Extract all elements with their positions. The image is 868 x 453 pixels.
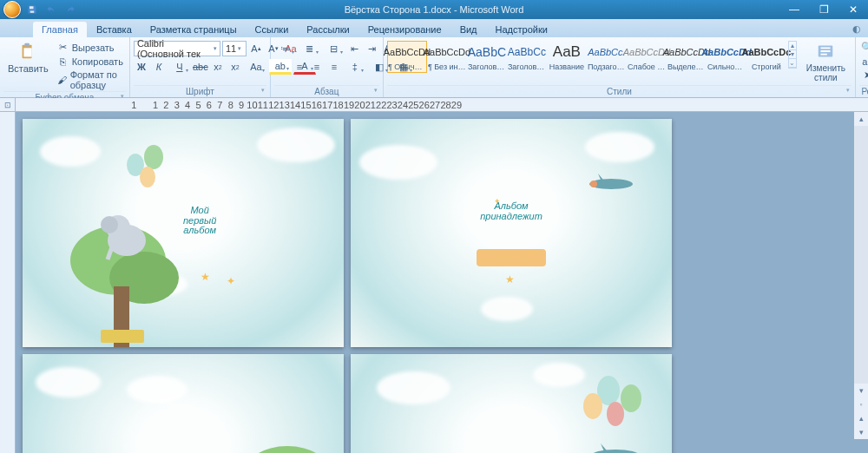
maximize-button[interactable]: ❐ [809,1,838,18]
find-icon: 🔍 [862,42,868,53]
help-icon[interactable]: ◐ [845,21,868,37]
gallery-scroll[interactable]: ▴▾⌄ [788,41,797,69]
ribbon-tabs: Главная Вставка Разметка страницы Ссылки… [0,19,868,37]
font-family-combo[interactable]: Calibri (Основной тек▾ [134,41,220,56]
copy-icon: ⎘ [57,56,69,67]
close-button[interactable]: ✕ [838,1,868,18]
increase-indent-button[interactable]: ⇥ [365,41,380,56]
strike-button[interactable]: abc [193,59,208,75]
group-font: Шрифт [134,85,266,96]
select-button[interactable]: ➤Выделить▾ [859,69,868,82]
style-nospacing[interactable]: AaBbCcDd¶ Без инте… [427,41,467,73]
group-editing: Редактирование [859,85,868,96]
group-paragraph: Абзац [274,85,379,96]
svg-rect-9 [101,330,144,343]
style-title[interactable]: AaBНазвание [547,41,587,73]
group-styles: Стили [387,85,852,96]
change-case-button[interactable]: Aa [245,59,267,75]
cut-button[interactable]: ✂Вырезать [55,41,126,54]
save-icon[interactable] [24,2,40,17]
scissors-icon: ✂ [57,42,69,53]
tab-addins[interactable]: Надстройки [487,22,556,37]
style-strong[interactable]: AaBbCcDcСтрогий [746,41,786,73]
svg-rect-4 [24,48,32,56]
minimize-button[interactable]: — [779,1,809,18]
brush-icon: 🖌 [57,75,67,86]
window-title: Вёрстка Сторона 1.docx - Microsoft Word [345,4,524,15]
style-subtle[interactable]: AaBbCcDdСлабое вы… [627,41,667,73]
tab-review[interactable]: Рецензирование [359,22,450,37]
multilevel-button[interactable]: ⊟ [323,41,345,56]
ribbon: Вставить ✂Вырезать ⎘Копировать 🖌Формат п… [0,37,868,98]
document-area: ⊡ 11234567891011121314151617181920212223… [0,98,868,453]
page-2[interactable]: Альбомпринадлежит ★ ✦ [351,119,672,347]
change-styles-icon [815,41,836,62]
vertical-scrollbar[interactable]: ▴▾◦▴▾ [854,112,868,439]
decrease-indent-button[interactable]: ⇤ [347,41,363,56]
style-subtitle[interactable]: AaBbCc.Подзаголо… [587,41,627,73]
replace-button[interactable]: abЗаменить [859,55,868,68]
tab-references[interactable]: Ссылки [247,22,298,37]
svg-point-19 [591,450,640,453]
page-3[interactable] [23,354,344,453]
tab-page-layout[interactable]: Разметка страницы [141,22,246,37]
svg-point-14 [590,181,597,187]
title-bar: Вёрстка Сторона 1.docx - Microsoft Word … [0,0,868,19]
style-emphasis[interactable]: AaBbCcDdВыделение [667,41,707,73]
office-button[interactable] [3,1,21,18]
line-spacing-button[interactable]: ‡ [344,59,366,75]
find-button[interactable]: 🔍Найти▾ [859,41,868,54]
page2-text: Альбомпринадлежит [480,201,542,221]
numbering-button[interactable]: ≣ [299,41,321,56]
svg-rect-0 [30,6,34,9]
shading-button[interactable]: ◧ [368,59,391,75]
highlight-button[interactable]: ab [269,59,292,75]
style-intense[interactable]: AaBbCcDdСильное в… [707,41,746,73]
quick-access-toolbar [0,1,78,18]
svg-point-15 [244,446,331,453]
svg-rect-3 [25,43,30,47]
subscript-button[interactable]: x2 [210,59,226,75]
plane-illustration [585,167,637,201]
underline-button[interactable]: Ч [168,59,191,75]
treehouse-illustration [240,443,335,453]
style-heading1[interactable]: AaBbCЗаголовок 1 [467,41,507,73]
select-icon: ➤ [862,69,868,81]
vertical-ruler[interactable] [0,112,16,453]
document-canvas[interactable]: Мойпервыйальбом ★ ✦ Альбомпринадлежит ★ [16,112,868,453]
elephant-illustration [101,197,153,266]
page1-text: Мойпервыйальбом [183,206,216,236]
horizontal-ruler[interactable]: 1123456789101112131415161718192021222324… [16,98,868,112]
ribbon-banner [477,249,546,266]
superscript-button[interactable]: x2 [227,59,243,75]
change-styles-button[interactable]: Изменить стили [800,39,852,84]
replace-icon: ab [862,56,868,67]
svg-rect-1 [30,11,35,13]
bullets-button[interactable]: ≔ [274,41,297,56]
bold-button[interactable]: Ж [134,59,149,75]
undo-icon[interactable] [43,2,59,17]
redo-icon[interactable] [62,2,78,17]
font-size-combo[interactable]: 11▾ [222,41,247,56]
plane2-illustration [585,437,646,453]
page-4[interactable] [351,354,672,453]
styles-gallery[interactable]: AaBbCcDd¶ Обычный AaBbCcDd¶ Без инте… Aa… [387,39,786,75]
grow-font-button[interactable]: A▴ [248,41,264,56]
italic-button[interactable]: К [151,59,167,75]
tab-home[interactable]: Главная [33,22,87,37]
copy-button[interactable]: ⎘Копировать [55,55,126,68]
format-painter-button[interactable]: 🖌Формат по образцу [55,69,126,91]
borders-button[interactable]: ▦ [392,59,415,75]
tab-insert[interactable]: Вставка [88,22,141,37]
paste-icon [17,41,38,62]
page-1[interactable]: Мойпервыйальбом ★ ✦ [23,119,344,347]
svg-point-12 [101,216,118,233]
tab-mailings[interactable]: Рассылки [298,22,358,37]
paste-button[interactable]: Вставить [3,39,53,76]
ruler-corner[interactable]: ⊡ [0,98,16,112]
justify-button[interactable]: ≡ [326,59,342,75]
tab-view[interactable]: Вид [451,22,486,37]
font-color-button[interactable]: A [293,59,316,75]
style-heading2[interactable]: AaBbCcЗаголовок 2 [507,41,547,73]
